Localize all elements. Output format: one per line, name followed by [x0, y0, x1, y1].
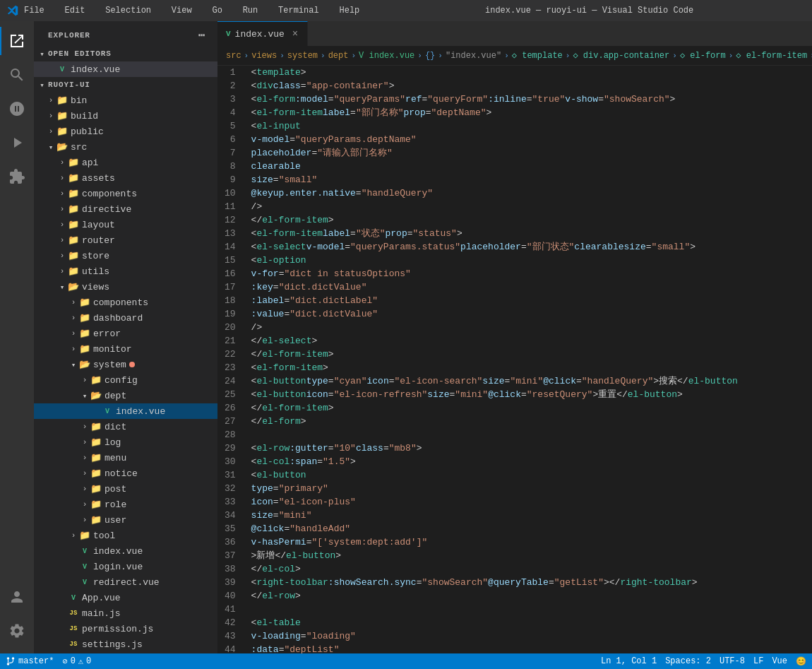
tree-item-login[interactable]: V login.vue [34, 559, 217, 574]
open-editor-indexvue[interactable]: V index.vue [34, 61, 217, 77]
status-ln[interactable]: Ln 1, Col 1 [601, 656, 657, 667]
sidebar: EXPLORER ⋯ ▾ OPEN EDITORS V index.vue [34, 21, 217, 653]
tree-item-src[interactable]: ▾ 📂 src [34, 139, 217, 155]
source-control-activity-icon[interactable] [0, 92, 34, 126]
code-line-35: @click="handleAdd" [250, 522, 812, 535]
tree-item-log[interactable]: › 📁 log [34, 434, 217, 450]
warnings-count: 0 [86, 656, 91, 666]
editor-area: V index.vue × src › views › system › dep… [217, 21, 812, 653]
sidebar-header: EXPLORER ⋯ [34, 21, 217, 46]
tree-item-menu[interactable]: › 📁 menu [34, 450, 217, 466]
breadcrumb-elform[interactable]: ◇ el-form [680, 50, 726, 61]
tree-item-appvue[interactable]: V App.vue [34, 590, 217, 605]
label-post: post [105, 484, 126, 495]
sidebar-title: EXPLORER [48, 31, 90, 40]
status-errors[interactable]: ⊘ 0 ⚠ 0 [62, 656, 91, 667]
tree-item-monitor[interactable]: › 📁 monitor [34, 341, 217, 357]
new-file-button[interactable]: ⋯ [195, 28, 209, 42]
tree-item-layout[interactable]: › 📁 layout [34, 217, 217, 232]
breadcrumb-dept[interactable]: dept [328, 51, 349, 61]
tab-indexvue[interactable]: V index.vue × [217, 21, 308, 46]
label-src: src [71, 142, 87, 153]
label-tool: tool [93, 531, 115, 541]
status-branch[interactable]: master* [6, 656, 54, 666]
tree-item-public[interactable]: › 📁 public [34, 124, 217, 139]
label-appvue: App.vue [82, 593, 121, 603]
code-line-24: <el-button type="cyan" icon="el-icon-sea… [250, 374, 812, 388]
tree-item-mainjs[interactable]: JS main.js [34, 605, 217, 621]
account-activity-icon[interactable] [0, 580, 34, 614]
tree-item-tool[interactable]: › 📁 tool [34, 528, 217, 543]
tree-item-system[interactable]: ▾ 📂 system [34, 357, 217, 372]
code-line-14: <el-select v-model="queryParams.status" … [250, 240, 812, 254]
code-line-19: :value="dict.dictValue" [250, 307, 812, 321]
breadcrumb-system[interactable]: system [287, 51, 318, 61]
tree-item-store[interactable]: › 📁 store [34, 248, 217, 264]
code-line-38: </el-col> [250, 562, 812, 576]
tree-item-build[interactable]: › 📁 build [34, 108, 217, 124]
label-settingsjs: settings.js [82, 639, 143, 650]
tree-item-dept[interactable]: ▾ 📂 dept [34, 388, 217, 403]
tree-item-router[interactable]: › 📁 router [34, 232, 217, 248]
tree-item-dict[interactable]: › 📁 dict [34, 419, 217, 434]
tree-item-views-components[interactable]: › 📁 components [34, 295, 217, 310]
label-redirect: redirect.vue [93, 577, 160, 588]
tree-item-index-vue[interactable]: V index.vue [34, 403, 217, 419]
tree-item-bin[interactable]: › 📁 bin [34, 93, 217, 108]
tree-item-directive[interactable]: › 📁 directive [34, 201, 217, 217]
tree-item-dashboard[interactable]: › 📁 dashboard [34, 310, 217, 326]
label-dept-index-vue: index.vue [116, 406, 165, 417]
ruoyi-ui-header[interactable]: ▾ RUOYI-UI [34, 77, 217, 93]
status-language[interactable]: Vue [772, 656, 787, 667]
vscode-icon [7, 5, 18, 16]
code-line-5: <el-input [250, 119, 812, 133]
tab-close-button[interactable]: × [289, 28, 301, 40]
extensions-activity-icon[interactable] [0, 160, 34, 194]
settings-activity-icon[interactable] [0, 614, 34, 648]
status-spaces[interactable]: Spaces: 2 [665, 656, 711, 667]
branch-label: master* [18, 656, 54, 666]
tree-item-assets[interactable]: › 📁 assets [34, 170, 217, 186]
status-encoding[interactable]: UTF-8 [720, 656, 745, 667]
label-config: config [105, 375, 138, 386]
label-build: build [71, 111, 98, 122]
explorer-activity-icon[interactable] [0, 24, 34, 58]
code-line-20: /> [250, 321, 812, 334]
run-activity-icon[interactable] [0, 126, 34, 160]
breadcrumb-views[interactable]: views [251, 51, 277, 61]
code-line-28 [250, 428, 812, 442]
open-editor-label: index.vue [71, 64, 120, 75]
tree-item-permissionjs[interactable]: JS permission.js [34, 621, 217, 637]
search-activity-icon[interactable] [0, 58, 34, 92]
label-views: views [82, 282, 109, 292]
breadcrumb-src[interactable]: src [226, 51, 241, 61]
breadcrumb-elformitem[interactable]: ◇ el-form-item [736, 50, 807, 61]
folder-log-icon: 📁 [90, 437, 102, 448]
folder-utils-icon: 📁 [68, 266, 79, 277]
tree-item-settingsjs[interactable]: JS settings.js [34, 637, 217, 652]
tree-item-config[interactable]: › 📁 config [34, 372, 217, 388]
folder-post-icon: 📁 [90, 483, 102, 495]
tree-item-utils[interactable]: › 📁 utils [34, 264, 217, 279]
code-content[interactable]: <template> <div class="app-container"> <… [247, 66, 812, 653]
open-editors-header[interactable]: ▾ OPEN EDITORS [34, 46, 217, 61]
tree-item-user[interactable]: › 📁 user [34, 512, 217, 528]
tree-item-redirect[interactable]: V redirect.vue [34, 574, 217, 590]
tree-item-post[interactable]: › 📁 post [34, 481, 217, 497]
tree-item-views[interactable]: ▾ 📂 views [34, 279, 217, 295]
tree-item-components[interactable]: › 📁 components [34, 186, 217, 201]
status-eol[interactable]: LF [753, 656, 763, 667]
tree-item-views-index[interactable]: V index.vue [34, 543, 217, 559]
tree-item-notice[interactable]: › 📁 notice [34, 466, 217, 481]
code-line-1: <template> [250, 66, 812, 79]
tree-item-role[interactable]: › 📁 role [34, 497, 217, 512]
breadcrumb-scope1[interactable]: {} [425, 51, 435, 61]
breadcrumb-file[interactable]: V index.vue [359, 51, 414, 61]
tree-item-error[interactable]: › 📁 error [34, 326, 217, 341]
breadcrumb-div[interactable]: ◇ div.app-container [573, 50, 669, 61]
tree-item-api[interactable]: › 📁 api [34, 155, 217, 170]
breadcrumb-template[interactable]: ◇ template [512, 50, 563, 61]
code-line-37: >新增</el-button> [250, 549, 812, 562]
breadcrumb-scope2[interactable]: "index.vue" [446, 51, 501, 61]
status-feedback[interactable]: 😊 [796, 656, 806, 667]
